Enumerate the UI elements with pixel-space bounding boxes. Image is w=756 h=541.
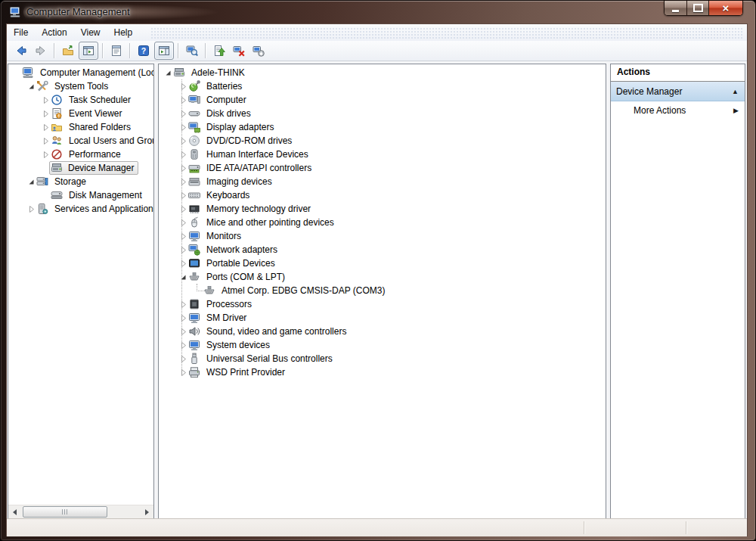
show-console-tree-button[interactable] — [79, 42, 98, 60]
tree-item[interactable]: IDE ATA/ATAPI controllers — [159, 161, 606, 175]
tree-item[interactable]: SM Driver — [159, 311, 606, 325]
tree-item[interactable]: Disk Management — [8, 188, 153, 202]
tree-item[interactable]: Atmel Corp. EDBG CMSIS-DAP (COM3) — [159, 284, 606, 297]
expander-collapsed-icon[interactable] — [26, 205, 36, 213]
scrollbar-thumb[interactable] — [23, 506, 107, 518]
tree-item[interactable]: System Tools — [8, 79, 153, 93]
expander-collapsed-icon[interactable] — [178, 328, 188, 336]
tree-item[interactable]: Monitors — [159, 229, 606, 243]
expander-collapsed-icon[interactable] — [178, 355, 188, 363]
collapse-section-icon[interactable]: ▲ — [732, 88, 745, 95]
export-list-button[interactable] — [59, 42, 77, 59]
expander-expanded-icon[interactable] — [163, 69, 173, 77]
menu-action[interactable]: Action — [35, 25, 73, 41]
tree-item-label: Adele-THINK — [189, 67, 247, 79]
scroll-left-button[interactable] — [8, 505, 21, 518]
expander-collapsed-icon[interactable] — [40, 96, 51, 104]
menu-bar: FileActionViewHelp — [7, 24, 747, 42]
scan-hardware-button[interactable] — [183, 42, 201, 59]
minimize-button[interactable] — [665, 1, 686, 15]
expander-expanded-icon[interactable] — [178, 273, 188, 281]
menu-help[interactable]: Help — [107, 25, 140, 41]
close-button[interactable]: × — [708, 1, 742, 15]
horizontal-scrollbar[interactable] — [8, 505, 153, 518]
main-area: Computer Management (LocalSystem ToolsTa… — [7, 61, 747, 518]
submenu-arrow-icon: ▶ — [733, 107, 745, 114]
expander-collapsed-icon[interactable] — [40, 123, 51, 132]
uninstall-device-button[interactable] — [230, 42, 248, 59]
tree-item[interactable]: Services and Applications — [8, 202, 153, 216]
expander-collapsed-icon[interactable] — [178, 110, 188, 118]
expander-expanded-icon[interactable] — [26, 178, 36, 186]
expander-collapsed-icon[interactable] — [178, 368, 188, 377]
expander-collapsed-icon[interactable] — [178, 191, 188, 200]
expander-collapsed-icon[interactable] — [178, 260, 188, 268]
expander-collapsed-icon[interactable] — [178, 314, 188, 322]
tree-item[interactable]: Computer — [159, 93, 606, 107]
expander-collapsed-icon[interactable] — [178, 341, 188, 350]
expander-collapsed-icon[interactable] — [178, 151, 188, 159]
expander-collapsed-icon[interactable] — [178, 246, 188, 254]
tree-item[interactable]: Human Interface Devices — [159, 148, 606, 161]
back-button[interactable] — [12, 42, 30, 59]
tree-item[interactable]: Task Scheduler — [8, 93, 153, 107]
tree-item[interactable]: Storage — [8, 175, 153, 188]
expander-expanded-icon[interactable] — [26, 82, 36, 91]
menu-file[interactable]: File — [7, 25, 35, 41]
tree-item[interactable]: Processors — [159, 297, 606, 311]
expander-collapsed-icon[interactable] — [40, 110, 51, 118]
expander-collapsed-icon[interactable] — [178, 164, 188, 173]
expander-collapsed-icon[interactable] — [178, 205, 188, 213]
selected-tree-item[interactable]: Device Manager — [49, 161, 138, 175]
tree-item[interactable]: Computer Management (Local — [8, 66, 153, 79]
expander-collapsed-icon[interactable] — [178, 137, 188, 145]
tree-item[interactable]: Event Viewer — [8, 107, 153, 120]
tree-item[interactable]: Ports (COM & LPT) — [159, 270, 606, 284]
tree-item[interactable]: Shared Folders — [8, 120, 153, 134]
tree-item[interactable]: Portable Devices — [159, 257, 606, 270]
properties-button[interactable] — [107, 42, 125, 59]
forward-icon — [35, 45, 47, 57]
menu-view[interactable]: View — [74, 25, 107, 41]
disable-device-icon — [253, 45, 265, 57]
tree-item[interactable]: Mice and other pointing devices — [159, 216, 606, 229]
tree-item[interactable]: Performance — [8, 148, 153, 161]
tree-item[interactable]: Batteries — [159, 79, 606, 93]
mouse-icon — [188, 216, 200, 229]
maximize-button[interactable] — [686, 1, 708, 15]
titlebar[interactable]: Computer Management × — [1, 1, 755, 23]
memory-icon — [188, 203, 200, 215]
more-actions-item[interactable]: More Actions ▶ — [611, 101, 745, 120]
tree-item[interactable]: DVD/CD-ROM drives — [159, 134, 606, 148]
expander-collapsed-icon[interactable] — [178, 96, 188, 104]
expander-collapsed-icon[interactable] — [178, 178, 188, 186]
expander-collapsed-icon[interactable] — [178, 82, 188, 91]
update-driver-button[interactable] — [210, 42, 228, 59]
tree-item[interactable]: Local Users and Groups — [8, 134, 153, 148]
tree-item[interactable]: Keyboards — [159, 188, 606, 202]
expander-collapsed-icon[interactable] — [40, 137, 51, 145]
actions-header: Actions — [611, 64, 745, 82]
tree-item[interactable]: Device Manager — [8, 161, 153, 175]
tree-item[interactable]: Sound, video and game controllers — [159, 325, 606, 338]
scroll-right-button[interactable] — [141, 505, 153, 518]
actions-section-device-manager[interactable]: Device Manager ▲ — [611, 82, 745, 101]
tree-item[interactable]: WSD Print Provider — [159, 365, 606, 379]
tree-item[interactable]: Memory technology driver — [159, 202, 606, 216]
help-button[interactable] — [135, 42, 153, 59]
show-action-pane-button[interactable] — [154, 42, 174, 60]
expander-collapsed-icon[interactable] — [178, 219, 188, 227]
tree-item[interactable]: System devices — [159, 338, 606, 352]
tree-item[interactable]: Imaging devices — [159, 175, 606, 188]
tree-item[interactable]: Network adapters — [159, 243, 606, 257]
forward-button[interactable] — [32, 42, 50, 59]
expander-collapsed-icon[interactable] — [40, 151, 51, 159]
tree-item[interactable]: Adele-THINK — [159, 66, 606, 79]
expander-collapsed-icon[interactable] — [178, 300, 188, 309]
expander-collapsed-icon[interactable] — [178, 123, 188, 132]
tree-item[interactable]: Display adapters — [159, 120, 606, 134]
expander-collapsed-icon[interactable] — [178, 232, 188, 241]
tree-item[interactable]: Universal Serial Bus controllers — [159, 352, 606, 365]
disable-device-button[interactable] — [249, 42, 268, 59]
tree-item[interactable]: Disk drives — [159, 107, 606, 120]
